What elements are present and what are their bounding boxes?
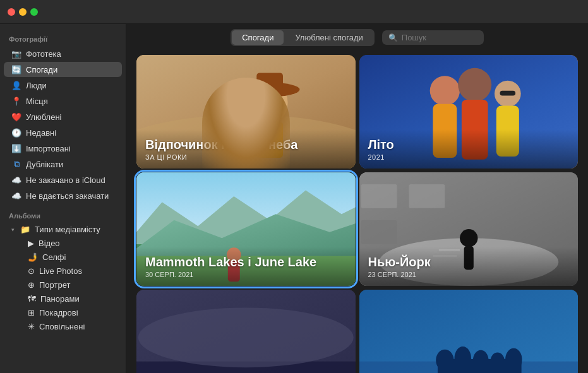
slow-mo-icon: ✳ xyxy=(28,322,35,331)
sidebar-item-label: Спогади xyxy=(26,65,57,74)
search-input[interactable] xyxy=(402,33,477,42)
sidebar-item-label: Live Photos xyxy=(39,266,82,276)
sidebar-item-slow-mo[interactable]: ✳ Сповільнені xyxy=(4,320,122,333)
sidebar-item-panorama[interactable]: 🗺 Панорами xyxy=(4,292,122,305)
svg-rect-24 xyxy=(361,220,397,244)
sidebar-item-favorites[interactable]: ❤️ Улюблені xyxy=(4,109,122,124)
sidebar-item-label: Фототека xyxy=(26,49,61,59)
close-button[interactable] xyxy=(8,8,15,16)
sidebar-item-label: Покадрові xyxy=(39,308,78,317)
card-subtitle: 2021 xyxy=(368,153,570,161)
card-title: Відпочинок просто неба xyxy=(145,137,347,152)
memory-card-3[interactable]: Mammoth Lakes і June Lake 30 СЕРП. 2021 xyxy=(136,172,356,286)
memory-card-6[interactable] xyxy=(359,290,579,373)
memory-card-1[interactable]: Відпочинок просто неба ЗА ЦІ РОКИ xyxy=(136,55,356,169)
svg-rect-13 xyxy=(500,91,515,96)
sidebar-item-selfie[interactable]: 🤳 Селфі xyxy=(4,251,122,264)
tab-favorite-memories[interactable]: Улюблені спогади xyxy=(285,30,373,45)
live-photos-icon: ⊙ xyxy=(28,266,35,276)
traffic-lights xyxy=(8,8,38,16)
sidebar-item-video[interactable]: ▶ Відео xyxy=(4,237,122,250)
sidebar-item-memories[interactable]: 🔄 Спогади xyxy=(4,62,122,77)
favorites-icon: ❤️ xyxy=(11,112,21,122)
albums-section-label: Альбоми xyxy=(0,207,126,222)
card-overlay: Літо 2021 xyxy=(359,129,579,169)
memory-card-4[interactable]: Нью-Йорк 23 СЕРП. 2021 xyxy=(359,172,579,286)
sidebar: Фотографії 📷 Фототека 🔄 Спогади 👤 Люди 📍… xyxy=(0,24,126,373)
sidebar-item-label: Не закачано в iCloud xyxy=(26,175,105,185)
tab-group: Спогади Улюблені спогади xyxy=(231,29,375,46)
sidebar-item-places[interactable]: 📍 Місця xyxy=(4,93,122,109)
sidebar-item-duplicates[interactable]: ⧉ Дублікати xyxy=(4,157,122,172)
sidebar-item-not-uploaded[interactable]: ☁️ Не закачано в iCloud xyxy=(4,172,122,187)
maximize-button[interactable] xyxy=(30,8,38,16)
sidebar-item-imported[interactable]: ⬇️ Імпортовані xyxy=(4,141,122,156)
photos-section-label: Фотографії xyxy=(0,30,126,45)
search-icon: 🔍 xyxy=(388,33,398,42)
sidebar-item-label: Люди xyxy=(26,81,47,90)
card-overlay: Mammoth Lakes і June Lake 30 СЕРП. 2021 xyxy=(136,247,356,286)
tab-memories[interactable]: Спогади xyxy=(232,30,284,45)
card-overlay: Нью-Йорк 23 СЕРП. 2021 xyxy=(359,247,579,286)
card-date: 30 СЕРП. 2021 xyxy=(145,271,347,278)
svg-rect-4 xyxy=(256,73,283,90)
sidebar-item-live-photos[interactable]: ⊙ Live Photos xyxy=(4,264,122,278)
sidebar-item-label: Імпортовані xyxy=(26,144,71,153)
card-subtitle: ЗА ЦІ РОКИ xyxy=(145,153,347,161)
svg-rect-22 xyxy=(361,184,397,208)
video-icon: ▶ xyxy=(28,239,34,248)
selfie-icon: 🤳 xyxy=(28,252,38,262)
sidebar-item-failed-upload[interactable]: ☁️ Не вдається закачати xyxy=(4,188,122,203)
memory-grid: Відпочинок просто неба ЗА ЦІ РОКИ xyxy=(126,51,588,373)
sidebar-item-label: Панорами xyxy=(40,294,80,304)
minimize-button[interactable] xyxy=(19,8,27,16)
sidebar-item-label: Дублікати xyxy=(26,160,63,169)
svg-point-3 xyxy=(240,83,300,97)
sidebar-item-media-types[interactable]: ▾ 📁 Типи медіавмісту xyxy=(4,223,122,236)
sidebar-item-label: Місця xyxy=(26,97,48,106)
sidebar-item-label: Відео xyxy=(39,239,60,248)
card-title: Mammoth Lakes і June Lake xyxy=(145,254,347,269)
sidebar-item-label: Сповільнені xyxy=(39,322,85,331)
card-background xyxy=(136,290,356,373)
library-icon: 📷 xyxy=(11,49,21,59)
titlebar xyxy=(0,0,588,24)
sidebar-item-label: Недавні xyxy=(26,128,56,138)
svg-point-26 xyxy=(460,229,477,247)
sidebar-item-recent[interactable]: 🕐 Недавні xyxy=(4,125,122,140)
cloud-error-icon: ☁️ xyxy=(11,191,21,201)
card-overlay: Відпочинок просто неба ЗА ЦІ РОКИ xyxy=(136,129,356,169)
imported-icon: ⬇️ xyxy=(11,143,21,153)
memory-card-5[interactable]: Відпочинок просто неба xyxy=(136,290,356,373)
card-date: 23 СЕРП. 2021 xyxy=(368,271,570,278)
recent-icon: 🕐 xyxy=(11,127,21,138)
svg-rect-23 xyxy=(409,184,445,208)
sidebar-item-burst[interactable]: ⊞ Покадрові xyxy=(4,306,122,319)
sidebar-item-people[interactable]: 👤 Люди xyxy=(4,78,122,93)
sidebar-item-label: Портрет xyxy=(39,280,70,290)
card-background xyxy=(359,290,579,373)
main-container: Фотографії 📷 Фототека 🔄 Спогади 👤 Люди 📍… xyxy=(0,24,588,373)
burst-icon: ⊞ xyxy=(28,308,35,317)
cloud-icon: ☁️ xyxy=(11,175,21,185)
people-icon: 👤 xyxy=(11,80,21,90)
toolbar: Спогади Улюблені спогади 🔍 xyxy=(126,24,588,51)
content-area: Спогади Улюблені спогади 🔍 xyxy=(126,24,588,373)
svg-rect-5 xyxy=(256,122,283,158)
places-icon: 📍 xyxy=(11,96,21,106)
sidebar-item-label: Улюблені xyxy=(26,112,61,122)
search-box[interactable]: 🔍 xyxy=(382,30,484,45)
folder-icon: 📁 xyxy=(20,225,30,234)
svg-point-9 xyxy=(458,68,491,102)
panorama-icon: 🗺 xyxy=(28,294,36,304)
duplicates-icon: ⧉ xyxy=(11,159,21,169)
sidebar-item-portrait[interactable]: ⊕ Портрет xyxy=(4,278,122,292)
svg-point-32 xyxy=(138,307,354,367)
chevron-down-icon: ▾ xyxy=(11,227,15,233)
memory-card-2[interactable]: Літо 2021 xyxy=(359,55,579,169)
portrait-icon: ⊕ xyxy=(28,280,35,290)
sidebar-item-label: Селфі xyxy=(42,252,66,262)
svg-rect-40 xyxy=(437,359,521,373)
sidebar-item-library[interactable]: 📷 Фототека xyxy=(4,46,122,61)
sidebar-item-label: Типи медіавмісту xyxy=(35,225,100,234)
